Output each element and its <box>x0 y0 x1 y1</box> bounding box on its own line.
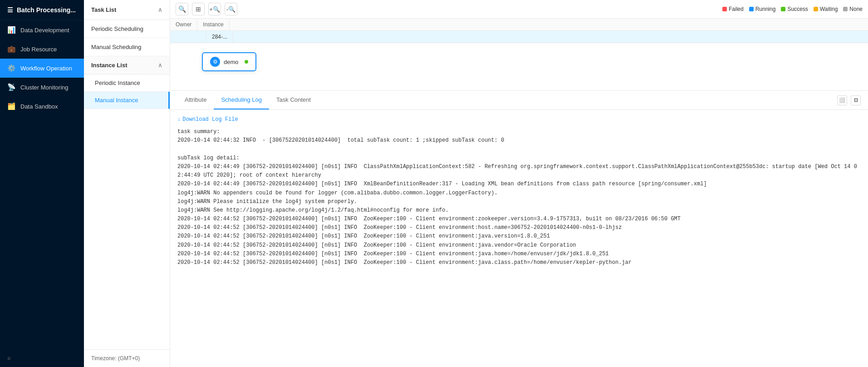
legend-failed: Failed <box>722 6 744 12</box>
app-title: ☰ Batch Processing... <box>0 0 84 20</box>
sidebar-item-label: Job Resource <box>20 46 57 53</box>
canvas-tools: 🔍 ⊞ +🔍 -🔍 <box>176 3 237 15</box>
tabs-left: Attribute Scheduling Log Task Content <box>177 91 318 109</box>
table-header: Owner Instance <box>170 19 868 31</box>
task-list-header: Task List ∧ <box>84 0 170 20</box>
tab-task-content[interactable]: Task Content <box>269 91 318 109</box>
node-status-dot <box>245 60 248 64</box>
menu-icon: ≡ <box>7 355 10 362</box>
main-content: 🔍 ⊞ +🔍 -🔍 Failed Running Success <box>170 0 868 367</box>
detail-tabs: Attribute Scheduling Log Task Content ⬜ … <box>170 91 868 110</box>
cluster-icon: 📡 <box>7 83 16 91</box>
task-list-label: Task List <box>91 6 116 13</box>
app-title-text: Batch Processing... <box>17 6 76 14</box>
app-icon: ☰ <box>7 6 13 14</box>
download-log-link[interactable]: ↓ Download Log File <box>177 115 238 124</box>
none-label: None <box>849 6 863 12</box>
legend-running: Running <box>749 6 776 12</box>
failed-label: Failed <box>729 6 744 12</box>
canvas-area: ⚙ demo <box>170 43 868 90</box>
instance-list-label: Instance List <box>91 62 127 69</box>
sidebar-item-label: Data Development <box>20 27 69 34</box>
manual-instance-label: Manual Instance <box>95 97 138 104</box>
search-tool-btn[interactable]: 🔍 <box>176 3 188 15</box>
sandbox-icon: 🗂️ <box>7 102 16 110</box>
instance-list-collapse-icon[interactable]: ∧ <box>158 62 162 69</box>
log-text: task summary: 2020-10-14 02:44:32 INFO -… <box>177 128 861 267</box>
periodic-scheduling-label: Periodic Scheduling <box>91 25 143 32</box>
tab-actions: ⬜ ⊡ <box>837 95 861 105</box>
download-icon: ↓ <box>177 115 181 124</box>
task-sidebar: Task List ∧ Periodic Scheduling Manual S… <box>84 0 170 367</box>
left-sidebar: ☰ Batch Processing... 📊 Data Development… <box>0 0 84 367</box>
workflow-node-demo[interactable]: ⚙ demo <box>202 52 256 71</box>
data-development-icon: 📊 <box>7 26 16 34</box>
success-dot <box>781 7 785 11</box>
periodic-instance-item[interactable]: Periodic Instance <box>84 74 170 92</box>
instance-cell: 284-... <box>206 31 233 43</box>
sidebar-item-data-sandbox[interactable]: 🗂️ Data Sandbox <box>0 97 84 116</box>
sidebar-item-label: Cluster Monitoring <box>20 84 69 91</box>
node-label: demo <box>224 59 239 65</box>
success-label: Success <box>787 6 808 12</box>
waiting-label: Waiting <box>820 6 838 12</box>
task-list-collapse-icon[interactable]: ∧ <box>158 6 162 13</box>
running-label: Running <box>755 6 776 12</box>
sidebar-item-label: Workflow Operation <box>20 65 72 72</box>
timezone-label: Timezone: (GMT+0) <box>84 349 170 367</box>
periodic-scheduling-item[interactable]: Periodic Scheduling <box>84 20 170 38</box>
waiting-dot <box>814 7 818 11</box>
table-row[interactable]: 284-... <box>170 31 868 43</box>
manual-scheduling-item[interactable]: Manual Scheduling <box>84 38 170 56</box>
job-resource-icon: 💼 <box>7 45 16 53</box>
canvas-panel: 🔍 ⊞ +🔍 -🔍 Failed Running Success <box>170 0 868 91</box>
tab-attribute[interactable]: Attribute <box>177 91 214 109</box>
tab-scheduling-log[interactable]: Scheduling Log <box>214 91 269 109</box>
expand-panel-btn[interactable]: ⊡ <box>851 95 861 105</box>
failed-dot <box>722 7 727 11</box>
canvas-toolbar: 🔍 ⊞ +🔍 -🔍 Failed Running Success <box>170 0 868 19</box>
collapse-panel-btn[interactable]: ⬜ <box>837 95 847 105</box>
sidebar-item-job-resource[interactable]: 💼 Job Resource <box>0 40 84 59</box>
zoom-in-btn[interactable]: +🔍 <box>208 3 221 15</box>
manual-instance-item[interactable]: Manual Instance <box>84 92 170 109</box>
sidebar-item-workflow-operation[interactable]: ⚙️ Workflow Operation <box>0 59 84 78</box>
none-dot <box>843 7 848 11</box>
workflow-icon: ⚙️ <box>7 64 16 72</box>
periodic-instance-label: Periodic Instance <box>95 79 140 86</box>
download-label: Download Log File <box>182 115 238 124</box>
legend-waiting: Waiting <box>814 6 838 12</box>
node-icon: ⚙ <box>210 57 220 67</box>
running-dot <box>749 7 754 11</box>
owner-column-header: Owner <box>170 19 197 30</box>
legend-none: None <box>843 6 863 12</box>
sidebar-item-data-development[interactable]: 📊 Data Development <box>0 20 84 40</box>
instance-list-section: Instance List ∧ <box>84 56 170 74</box>
legend-success: Success <box>781 6 808 12</box>
manual-scheduling-label: Manual Scheduling <box>91 44 142 50</box>
log-content[interactable]: ↓ Download Log File task summary: 2020-1… <box>170 110 868 367</box>
legend: Failed Running Success Waiting None <box>722 6 863 12</box>
sidebar-item-label: Data Sandbox <box>20 103 58 110</box>
sidebar-collapse-btn[interactable]: ≡ <box>0 350 84 367</box>
zoom-out-btn[interactable]: -🔍 <box>225 3 237 15</box>
sidebar-item-cluster-monitoring[interactable]: 📡 Cluster Monitoring <box>0 78 84 97</box>
owner-cell <box>170 31 206 43</box>
instance-column-header: Instance <box>197 19 229 30</box>
detail-panel: Attribute Scheduling Log Task Content ⬜ … <box>170 91 868 367</box>
grid-tool-btn[interactable]: ⊞ <box>192 3 205 15</box>
